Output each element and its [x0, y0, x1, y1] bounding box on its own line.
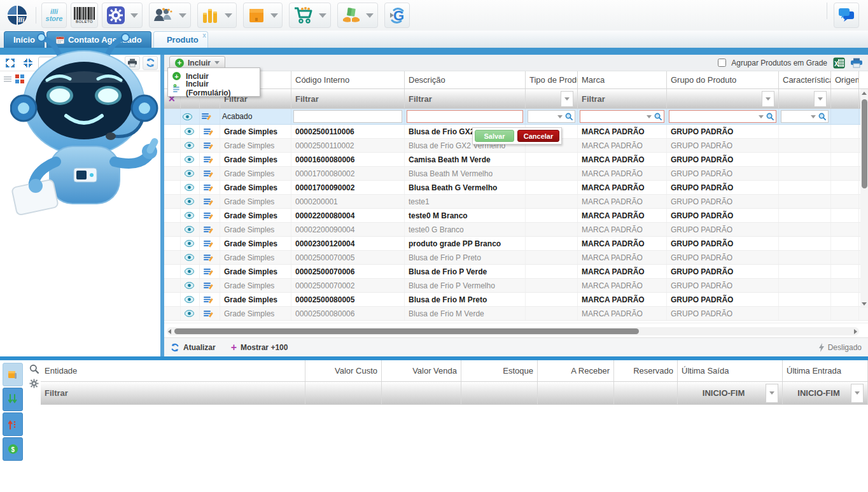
tab-contato-agendado[interactable]: Contato Agendado [46, 31, 151, 48]
row-cell-eye[interactable] [181, 209, 200, 222]
row-cell-edit[interactable] [200, 223, 220, 236]
view-eye-icon[interactable] [183, 113, 192, 120]
left-refresh-button[interactable] [143, 56, 158, 70]
row-cell-edit[interactable] [200, 153, 220, 166]
edit-cell-marca[interactable] [578, 109, 667, 124]
column-header-última-entrada[interactable]: Última Entrada [783, 360, 868, 381]
row-cell-edit[interactable] [200, 293, 220, 306]
view-eye-icon[interactable] [185, 198, 194, 205]
scrollbar-thumb[interactable] [174, 328, 639, 334]
edit-cell-codigo[interactable] [291, 109, 405, 124]
edit-list-icon[interactable] [204, 156, 213, 164]
filter-tipo-produto[interactable] [526, 89, 578, 108]
column-header-estoque[interactable]: Estoque [461, 360, 538, 381]
chevron-down-icon[interactable] [759, 115, 764, 118]
search-icon[interactable] [654, 113, 662, 120]
column-header-marca[interactable]: Marca [578, 71, 667, 88]
row-cell-edit[interactable] [200, 181, 220, 194]
filter-input-codigo[interactable]: Filtrar [291, 89, 405, 108]
mostrar-100-button[interactable]: + Mostrar +100 [231, 342, 288, 353]
column-header-caracteristica[interactable]: Característica [779, 71, 831, 88]
search-icon[interactable] [565, 113, 573, 120]
table-row[interactable]: Grade Simples00002200080004teste0 M Bran… [164, 209, 868, 223]
chevron-down-icon[interactable] [647, 115, 652, 118]
filter-dropdown[interactable] [561, 91, 573, 107]
chevron-down-icon[interactable] [179, 13, 186, 18]
ultima-entrada-range[interactable]: INICIO-FIM [787, 388, 851, 398]
left-print-button[interactable] [125, 56, 140, 70]
edit-list-icon[interactable] [204, 282, 213, 290]
view-eye-icon[interactable] [185, 128, 194, 135]
edit-cell-descricao[interactable] [405, 109, 526, 124]
row-cell-eye[interactable] [181, 293, 200, 306]
sync-button[interactable]: G [384, 3, 410, 28]
view-eye-icon[interactable] [185, 268, 194, 275]
edit-list-icon[interactable] [204, 128, 213, 136]
atualizar-button[interactable]: Atualizar [171, 343, 216, 352]
range-dropdown[interactable] [851, 384, 864, 403]
edit-list-icon[interactable] [202, 113, 211, 120]
grid-view-icon[interactable] [15, 74, 24, 83]
tab-inicio[interactable]: Início [4, 31, 45, 48]
expand-all-button[interactable] [3, 56, 18, 70]
edit-cell-edit[interactable] [200, 109, 220, 124]
chevron-down-icon[interactable] [130, 13, 138, 18]
edit-list-icon[interactable] [204, 170, 213, 178]
collapse-all-button[interactable] [20, 56, 36, 70]
edit-cell-caracteristica[interactable] [779, 109, 831, 124]
edit-cell-grupo[interactable] [667, 109, 779, 124]
table-row[interactable]: Grade Simples00002500070005Blusa de Frio… [164, 251, 868, 265]
row-cell-eye[interactable] [181, 307, 200, 320]
range-dropdown[interactable] [766, 384, 778, 403]
chevron-down-icon[interactable] [214, 61, 220, 64]
filter-dropdown[interactable] [814, 91, 827, 107]
people-menu-button[interactable] [149, 3, 191, 28]
column-header-codigo[interactable]: Código Interno [291, 71, 405, 88]
row-cell-eye[interactable] [181, 195, 200, 208]
row-cell-eye[interactable] [181, 181, 200, 194]
table-row[interactable]: Grade Simples00002500070006Blusa de Frio… [164, 265, 868, 279]
view-eye-icon[interactable] [185, 226, 194, 233]
scroll-right-arrow[interactable] [854, 329, 857, 334]
edit-list-icon[interactable] [204, 254, 213, 262]
print-grid-button[interactable] [850, 57, 863, 69]
product-menu-button[interactable] [243, 3, 283, 28]
row-cell-eye[interactable] [181, 223, 200, 236]
table-row[interactable]: Grade Simples00001700080002Blusa Beath M… [164, 167, 868, 181]
view-eye-icon[interactable] [185, 212, 194, 219]
chat-button[interactable] [834, 3, 859, 28]
descricao-input[interactable] [407, 110, 523, 123]
column-header-entidade[interactable]: Entidade [41, 360, 305, 381]
scrollbar-thumb[interactable] [862, 99, 867, 188]
finance-menu-button[interactable] [197, 3, 237, 28]
edit-combo[interactable] [528, 110, 575, 123]
horizontal-scrollbar[interactable] [167, 327, 859, 335]
entries-tab-button[interactable] [3, 388, 23, 411]
view-eye-icon[interactable] [185, 156, 194, 163]
column-header-origem[interactable]: Origem [831, 71, 859, 88]
column-header-valor-venda[interactable]: Valor Venda [382, 360, 461, 381]
row-cell-eye[interactable] [181, 265, 200, 278]
chevron-down-icon[interactable] [270, 13, 278, 18]
export-excel-button[interactable]: X [832, 57, 845, 69]
edit-list-icon[interactable] [204, 268, 213, 276]
row-cell-edit[interactable] [200, 237, 220, 250]
view-eye-icon[interactable] [185, 170, 194, 177]
edit-list-icon[interactable] [204, 212, 213, 220]
settings-menu-button[interactable] [102, 3, 143, 28]
row-cell-edit[interactable] [200, 139, 220, 152]
edit-list-icon[interactable] [204, 310, 213, 318]
chevron-down-icon[interactable] [557, 115, 563, 118]
table-row[interactable]: Grade Simples00002200090004teste0 G Bran… [164, 223, 868, 237]
close-icon[interactable]: x [202, 32, 206, 39]
chevron-down-icon[interactable] [769, 391, 774, 395]
left-search-button[interactable] [107, 56, 122, 70]
edit-cell-eye[interactable] [181, 109, 200, 124]
row-cell-eye[interactable] [181, 251, 200, 264]
edit-list-icon[interactable] [204, 226, 213, 234]
column-header-descricao[interactable]: Descrição [405, 71, 526, 88]
row-cell-edit[interactable] [200, 279, 220, 292]
illi-store-button[interactable]: illistore [41, 3, 67, 28]
chevron-down-icon[interactable] [225, 13, 232, 18]
menu-item-incluir-formulario[interactable]: + Incluir (Formulário) [168, 82, 260, 94]
